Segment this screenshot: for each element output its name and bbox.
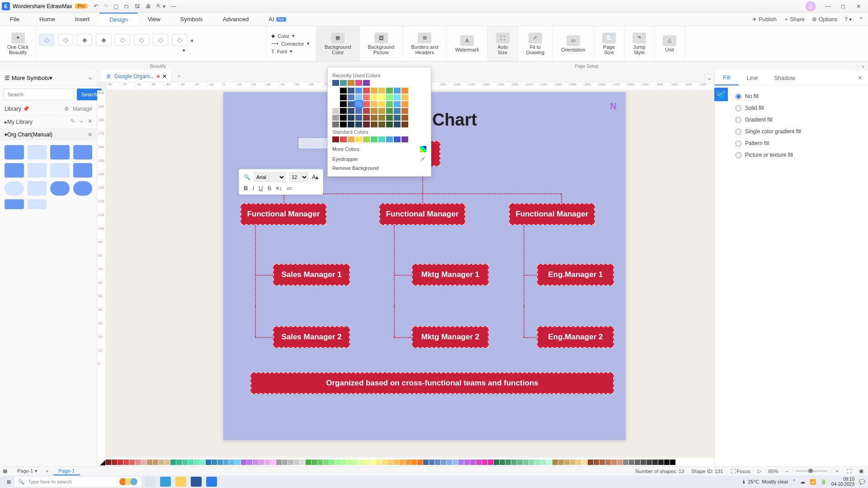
font-size-select[interactable]: 12 — [289, 172, 308, 182]
strip-color[interactable] — [429, 460, 434, 465]
strip-color[interactable] — [453, 460, 458, 465]
color-swatch[interactable] — [371, 108, 377, 114]
underline-button[interactable]: U — [259, 185, 263, 192]
borders-headers-button[interactable]: ⊞ Borders and Headers — [407, 33, 442, 55]
strip-color[interactable] — [323, 460, 329, 465]
strip-color[interactable] — [646, 460, 652, 465]
color-swatch[interactable] — [355, 94, 362, 100]
node-eng-1[interactable]: Eng.Manager 1 — [537, 264, 614, 286]
one-click-beautify-button[interactable]: ✦ One Click Beautify — [4, 33, 33, 55]
shape-thumb[interactable] — [73, 181, 93, 196]
color-swatch[interactable] — [394, 115, 401, 121]
color-swatch[interactable] — [371, 94, 377, 100]
fill-single-gradient[interactable]: Single color gradient fill — [736, 126, 861, 137]
strip-color[interactable] — [411, 460, 417, 465]
color-swatch[interactable] — [386, 136, 393, 142]
italic-button[interactable]: I — [252, 185, 254, 192]
tab-symbols[interactable]: Symbols — [170, 13, 213, 26]
fill-pattern[interactable]: Pattern fill — [736, 137, 861, 149]
node-sales-2[interactable]: Sales Manager 2 — [273, 326, 350, 348]
expand-right-icon[interactable]: » — [705, 74, 714, 83]
shape-thumb[interactable] — [50, 145, 70, 160]
library-label[interactable]: Library — [5, 106, 21, 112]
explorer-icon[interactable] — [175, 477, 186, 487]
strip-color[interactable] — [306, 460, 311, 465]
tab-advanced[interactable]: Advanced — [212, 13, 259, 26]
color-swatch[interactable] — [355, 101, 362, 107]
taskbar-search[interactable]: 🔍 Type here to search — [14, 477, 141, 487]
shape-thumb[interactable] — [28, 181, 47, 196]
page-selector[interactable]: Page-1 ▾ — [14, 468, 41, 474]
strip-color[interactable] — [517, 460, 523, 465]
strip-color[interactable] — [170, 460, 176, 465]
color-swatch[interactable] — [340, 88, 347, 94]
strip-color[interactable] — [552, 460, 558, 465]
strip-color[interactable] — [541, 460, 546, 465]
color-swatch[interactable] — [348, 88, 354, 94]
node-mktg-1[interactable]: Mktg Manager 1 — [412, 264, 489, 286]
node-functional-1[interactable]: Functional Manager — [241, 203, 326, 225]
color-swatch[interactable] — [355, 88, 362, 94]
strip-color[interactable] — [394, 460, 399, 465]
strip-color[interactable] — [311, 460, 317, 465]
share-link[interactable]: ⚬ Share — [784, 16, 805, 23]
strip-color[interactable] — [341, 460, 346, 465]
edge-icon[interactable] — [160, 477, 171, 487]
theme-color-button[interactable]: ◆ Color ▾ — [271, 33, 295, 39]
strip-color[interactable] — [570, 460, 576, 465]
strip-color[interactable] — [476, 460, 481, 465]
strip-color[interactable] — [470, 460, 476, 465]
strip-color[interactable] — [217, 460, 223, 465]
color-swatch[interactable] — [394, 122, 401, 127]
maximize-button[interactable]: ◻ — [835, 3, 851, 9]
shape-thumb[interactable] — [28, 163, 47, 178]
strip-color[interactable] — [317, 460, 323, 465]
strike-button[interactable]: S — [267, 185, 271, 192]
collapse-left-icon[interactable]: « — [89, 75, 92, 81]
strip-color[interactable] — [435, 460, 440, 465]
shape-thumb[interactable] — [5, 145, 24, 160]
theme-shape-8[interactable]: ◇ — [172, 34, 187, 46]
user-avatar[interactable] — [806, 1, 816, 11]
color-swatch[interactable] — [355, 108, 362, 114]
strip-color[interactable] — [417, 460, 423, 465]
strip-color[interactable] — [488, 460, 493, 465]
page-view-icon[interactable]: ▦ — [0, 468, 10, 474]
task-view-icon[interactable] — [145, 477, 156, 487]
strip-color[interactable] — [176, 460, 182, 465]
node-footer[interactable]: Organized based on cross-functional team… — [250, 372, 614, 394]
paint-bucket-icon[interactable]: 🪣 — [714, 88, 728, 101]
strip-color[interactable] — [276, 460, 282, 465]
color-swatch[interactable] — [363, 115, 370, 121]
color-swatch[interactable] — [363, 88, 370, 94]
collapse-ribbon-icon[interactable]: ⌃ — [859, 16, 863, 23]
strip-color[interactable] — [406, 460, 411, 465]
color-swatch[interactable] — [371, 136, 377, 142]
color-swatch[interactable] — [340, 108, 347, 114]
strip-color[interactable] — [500, 460, 505, 465]
fill-no-fill[interactable]: No fill — [736, 90, 861, 102]
color-swatch[interactable] — [332, 115, 339, 121]
color-swatch[interactable] — [371, 101, 377, 107]
zoom-slider[interactable] — [796, 470, 827, 472]
org-chart-section[interactable]: Org Chart(Manual) — [7, 131, 52, 138]
color-swatch[interactable] — [401, 136, 408, 142]
battery-icon[interactable]: 🔋 — [821, 479, 827, 485]
color-swatch[interactable] — [371, 88, 377, 94]
manage-label[interactable]: Manage — [73, 106, 92, 112]
clock[interactable]: 09:1004-10-2023 — [831, 477, 854, 487]
theme-shape-1[interactable]: ◇ — [39, 34, 54, 46]
theme-shape-2[interactable]: ◇ — [58, 34, 73, 46]
shape-thumb[interactable] — [5, 199, 24, 209]
close-button[interactable]: ✕ — [851, 3, 866, 9]
jump-style-button[interactable]: ↷ Jump Style — [629, 33, 650, 55]
color-swatch[interactable] — [340, 136, 347, 142]
color-swatch[interactable] — [386, 101, 393, 107]
theme-shape-3[interactable]: ◆ — [77, 34, 92, 46]
color-swatch[interactable] — [332, 94, 339, 100]
color-swatch[interactable] — [340, 101, 347, 107]
line-spacing-button[interactable]: ≡↕ — [276, 185, 282, 192]
strip-color[interactable] — [635, 460, 640, 465]
strip-color[interactable] — [664, 460, 670, 465]
remove-background-item[interactable]: Remove Background — [332, 164, 426, 173]
